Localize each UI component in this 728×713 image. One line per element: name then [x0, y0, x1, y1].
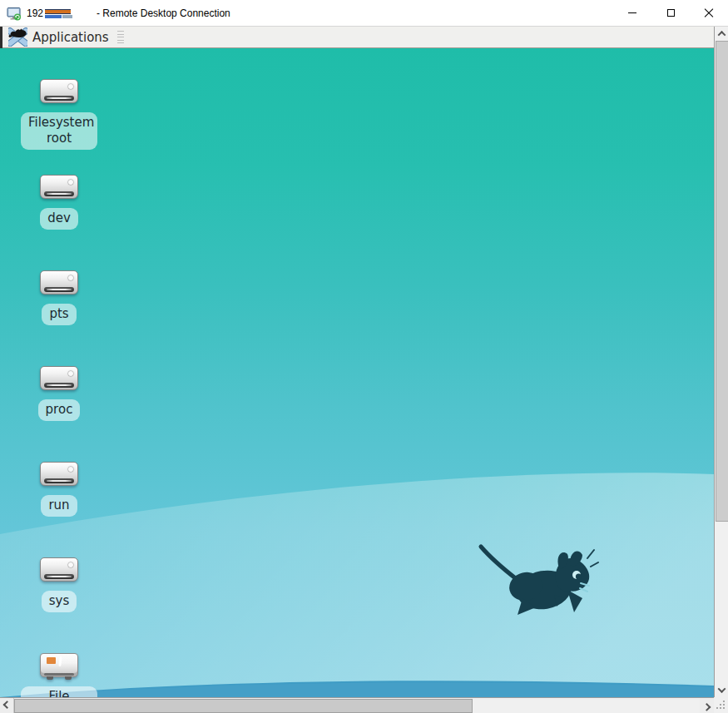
chevron-down-icon [718, 685, 726, 693]
desktop-icon-dev[interactable]: dev [19, 175, 99, 230]
desktop-icon-sys[interactable]: sys [19, 557, 99, 612]
desktop-icon-label: run [41, 495, 77, 517]
maximize-icon [667, 9, 675, 17]
remote-desktop-window: 192 - Remote Desktop Connection [0, 0, 728, 713]
maximize-button[interactable] [651, 0, 690, 26]
desktop-icon-proc[interactable]: proc [19, 366, 99, 421]
drive-harddisk-icon [40, 270, 78, 295]
desktop-icon-label: pts [42, 304, 76, 325]
resize-grip[interactable] [714, 697, 728, 713]
close-icon [704, 8, 714, 18]
panel-handle[interactable] [117, 31, 124, 43]
scroll-right-button[interactable] [700, 698, 714, 713]
minimize-icon [628, 12, 636, 13]
desktop-icon-pts[interactable]: pts [19, 270, 99, 325]
desktop-icon-label: sys [42, 591, 77, 612]
scroll-up-button[interactable] [715, 27, 728, 41]
drive-harddisk-icon [40, 462, 78, 486]
drive-harddisk-icon [40, 557, 78, 582]
horizontal-scrollbar-thumb[interactable] [14, 699, 473, 713]
applications-menu-button[interactable]: Applications [2, 27, 114, 48]
desktop-icon-label: proc [38, 399, 81, 421]
vertical-scrollbar-thumb[interactable] [716, 41, 728, 522]
window-controls [613, 0, 728, 26]
drive-harddisk-icon [40, 366, 78, 390]
scroll-left-button[interactable] [0, 698, 14, 713]
chevron-right-icon [703, 702, 711, 711]
vertical-scrollbar[interactable] [714, 27, 728, 697]
desktop-icon-label: File System [21, 686, 97, 697]
desktop-icon-run[interactable]: run [19, 462, 99, 517]
desktop-icon-label: Filesystem root [21, 112, 97, 150]
applications-menu-label: Applications [32, 30, 109, 45]
chevron-up-icon [718, 31, 726, 39]
drive-harddisk-icon [40, 79, 78, 103]
redacted-ip [45, 8, 85, 18]
window-title: 192 - Remote Desktop Connection [27, 7, 230, 19]
desktop-icon-file-system[interactable]: File System [19, 653, 99, 697]
xfce-applications-icon [8, 27, 27, 47]
minimize-button[interactable] [613, 0, 651, 26]
window-title-suffix: - Remote Desktop Connection [97, 7, 230, 19]
close-button[interactable] [690, 0, 728, 26]
desktop: Filesystem root dev pts [0, 48, 714, 697]
wallpaper-waves [0, 48, 714, 697]
window-title-prefix: 192 [27, 7, 43, 19]
titlebar: 192 - Remote Desktop Connection [0, 0, 728, 27]
xfce-mouse-logo [474, 535, 599, 618]
scroll-down-button[interactable] [715, 683, 728, 697]
drive-harddisk-icon [40, 175, 78, 199]
panel-edge [0, 27, 2, 48]
horizontal-scrollbar[interactable] [0, 697, 714, 713]
xfce-panel: Applications [0, 27, 714, 48]
desktop-icon-filesystem-root[interactable]: Filesystem root [19, 79, 99, 150]
remote-desktop-icon[interactable] [7, 6, 22, 21]
drive-filesystem-icon [40, 653, 78, 677]
chevron-left-icon [2, 701, 11, 709]
desktop-icon-label: dev [40, 208, 78, 230]
